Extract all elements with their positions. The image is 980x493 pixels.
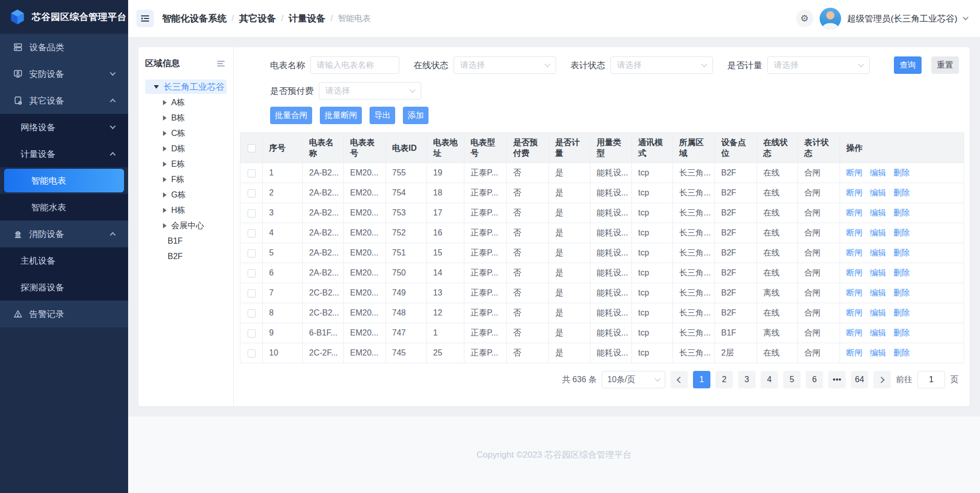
page-button[interactable]: 2	[716, 371, 733, 388]
page-button[interactable]: 64	[851, 371, 868, 388]
tree-node[interactable]: G栋	[145, 187, 227, 203]
export-button[interactable]: 导出	[370, 107, 395, 124]
row-checkbox[interactable]	[248, 289, 256, 298]
tree-node[interactable]: D栋	[145, 141, 227, 156]
page-button[interactable]: 1	[693, 371, 710, 388]
page-button[interactable]: 4	[761, 371, 778, 388]
action-edit-link[interactable]: 编辑	[870, 228, 886, 237]
tree-node[interactable]: A栋	[145, 95, 227, 110]
tree-node-root[interactable]: 长三角工业芯谷	[145, 80, 227, 94]
sidebar-item-other-device[interactable]: 其它设备	[0, 87, 128, 114]
tree-node[interactable]: B2F	[145, 249, 227, 264]
action-edit-link[interactable]: 编辑	[870, 268, 886, 277]
action-edit-link[interactable]: 编辑	[870, 188, 886, 197]
filter-is-metering-select[interactable]: 请选择	[767, 56, 870, 74]
action-edit-link[interactable]: 编辑	[870, 248, 886, 257]
action-delete-link[interactable]: 删除	[893, 328, 910, 337]
user-name[interactable]: 超级管理员(长三角工业芯谷)	[847, 13, 957, 25]
action-edit-link[interactable]: 编辑	[870, 168, 886, 177]
sidebar-item-smart-electric-meter[interactable]: 智能电表	[4, 169, 124, 192]
action-edit-link[interactable]: 编辑	[870, 208, 886, 217]
action-delete-link[interactable]: 删除	[893, 288, 910, 297]
filter-meter-name-input[interactable]	[310, 56, 399, 74]
row-checkbox[interactable]	[248, 249, 256, 258]
row-checkbox[interactable]	[248, 269, 256, 278]
tree-node[interactable]: C栋	[145, 126, 227, 141]
reset-button[interactable]: 重置	[931, 56, 959, 74]
sidebar-item-smart-water-meter[interactable]: 智能水表	[0, 194, 128, 221]
action-delete-link[interactable]: 删除	[893, 168, 910, 177]
row-checkbox[interactable]	[248, 309, 256, 318]
table-cell: 是	[549, 203, 590, 223]
row-checkbox[interactable]	[248, 229, 256, 238]
page-size-select[interactable]: 10条/页	[602, 371, 665, 388]
region-panel-collapse-button[interactable]	[215, 58, 227, 69]
search-button[interactable]: 查询	[894, 56, 922, 74]
sidebar-item-alarm-record[interactable]: 告警记录	[0, 301, 128, 327]
sidebar-item-network-device[interactable]: 网络设备	[0, 114, 128, 141]
action-edit-link[interactable]: 编辑	[870, 348, 886, 357]
action-open-switch-link[interactable]: 断闸	[846, 208, 863, 217]
goto-page-input[interactable]	[917, 371, 945, 388]
more-pages-button[interactable]: •••	[828, 371, 846, 388]
breadcrumb-item[interactable]: 其它设备	[239, 12, 276, 25]
sidebar-item-security-device[interactable]: 安防设备	[0, 61, 128, 87]
batch-close-switch-button[interactable]: 批量合闸	[270, 107, 312, 124]
select-all-checkbox[interactable]	[248, 144, 256, 152]
action-open-switch-link[interactable]: 断闸	[846, 248, 863, 257]
action-open-switch-link[interactable]: 断闸	[846, 168, 863, 177]
row-checkbox[interactable]	[248, 209, 256, 218]
batch-open-switch-button[interactable]: 批量断闸	[320, 107, 362, 124]
action-open-switch-link[interactable]: 断闸	[846, 288, 863, 297]
avatar[interactable]	[820, 8, 841, 29]
filter-online-status-select[interactable]: 请选择	[454, 56, 556, 74]
action-edit-link[interactable]: 编辑	[870, 328, 886, 337]
page-button[interactable]: 3	[738, 371, 756, 388]
action-edit-link[interactable]: 编辑	[870, 308, 886, 317]
tree-node[interactable]: F栋	[145, 172, 227, 187]
table-cell: EM20...	[344, 203, 386, 223]
user-chevron-down-icon[interactable]	[963, 14, 968, 20]
next-page-button[interactable]	[873, 371, 891, 388]
collapse-sidebar-button[interactable]	[136, 10, 154, 27]
row-checkbox[interactable]	[248, 349, 256, 358]
tree-node[interactable]: H栋	[145, 203, 227, 218]
action-edit-link[interactable]: 编辑	[870, 288, 886, 297]
filter-meter-switch-status-select[interactable]: 请选择	[610, 56, 713, 74]
action-open-switch-link[interactable]: 断闸	[846, 268, 863, 277]
action-open-switch-link[interactable]: 断闸	[846, 228, 863, 237]
tree-node[interactable]: E栋	[145, 156, 227, 172]
action-delete-link[interactable]: 删除	[893, 268, 910, 277]
tree-node[interactable]: B栋	[145, 110, 227, 126]
sidebar-item-fire-device[interactable]: 消防设备	[0, 221, 128, 247]
sidebar-item-host-device[interactable]: 主机设备	[0, 247, 128, 274]
row-checkbox[interactable]	[248, 169, 256, 178]
action-open-switch-link[interactable]: 断闸	[846, 348, 863, 357]
action-delete-link[interactable]: 删除	[893, 228, 910, 237]
row-checkbox[interactable]	[248, 189, 256, 198]
page-button[interactable]: 5	[783, 371, 801, 388]
prev-page-button[interactable]	[670, 371, 688, 388]
action-delete-link[interactable]: 删除	[893, 308, 910, 317]
action-delete-link[interactable]: 删除	[893, 188, 910, 197]
action-delete-link[interactable]: 删除	[893, 248, 910, 257]
action-delete-link[interactable]: 删除	[893, 348, 910, 357]
action-open-switch-link[interactable]: 断闸	[846, 328, 863, 337]
breadcrumb-item[interactable]: 智能化设备系统	[162, 12, 227, 25]
add-button[interactable]: 添加	[403, 107, 428, 124]
sidebar-item-metering-device[interactable]: 计量设备	[0, 141, 128, 167]
action-delete-link[interactable]: 删除	[893, 208, 910, 217]
table-cell: 正泰P...	[464, 163, 507, 183]
row-checkbox[interactable]	[248, 329, 256, 338]
caret-right-icon	[163, 162, 167, 167]
tree-node[interactable]: 会展中心	[145, 218, 227, 233]
filter-is-prepaid-select[interactable]: 请选择	[319, 82, 421, 100]
action-open-switch-link[interactable]: 断闸	[846, 308, 863, 317]
sidebar-item-device-category[interactable]: 设备品类	[0, 34, 128, 61]
breadcrumb-item[interactable]: 计量设备	[289, 12, 325, 25]
settings-button[interactable]: ⚙	[796, 10, 813, 27]
tree-node[interactable]: B1F	[145, 233, 227, 249]
action-open-switch-link[interactable]: 断闸	[846, 188, 863, 197]
sidebar-item-detector-device[interactable]: 探测器设备	[0, 274, 128, 301]
page-button[interactable]: 6	[806, 371, 823, 388]
